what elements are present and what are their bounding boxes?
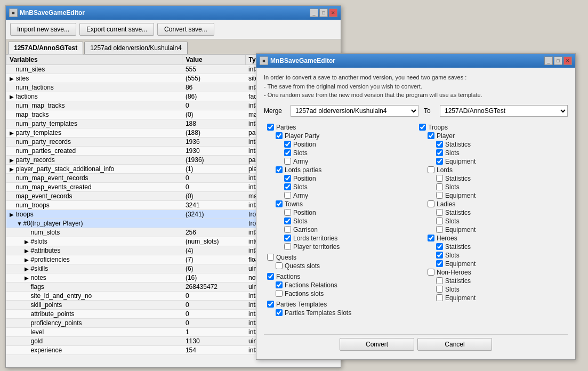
expand-arrow[interactable]: ▶ [10, 166, 16, 172]
tab-kushulain[interactable]: 1257ad olderversion/Kushulain4 [84, 42, 187, 54]
non-heroes-stats-checkbox[interactable] [436, 277, 443, 284]
merge-from-select[interactable]: 1257ad olderversion/Kushulain4 [291, 105, 418, 117]
player-slots-check[interactable]: Slots [419, 149, 565, 157]
parties-templates-check[interactable]: Parties Templates [267, 300, 413, 309]
non-heroes-troop-check[interactable]: Non-Heroes [419, 268, 565, 277]
player-equipment-check[interactable]: Equipment [419, 157, 565, 166]
lp-army-checkbox[interactable] [284, 192, 291, 199]
lp-position-checkbox[interactable] [284, 175, 291, 182]
ladies-troop-check[interactable]: Ladies [419, 200, 565, 208]
player-troop-check[interactable]: Player [419, 132, 565, 140]
lords-parties-checkbox[interactable] [276, 166, 283, 173]
convert-button[interactable]: Convert [340, 338, 414, 351]
dialog-maximize-button[interactable]: □ [554, 57, 562, 65]
lp-position-check[interactable]: Position [267, 174, 413, 183]
heroes-slots-check[interactable]: Slots [419, 251, 565, 260]
pp-army-check[interactable]: Army [267, 157, 413, 166]
troops-check[interactable]: Troops [419, 123, 565, 132]
lords-parties-check[interactable]: Lords parties [267, 166, 413, 174]
expand-arrow[interactable]: ▶ [25, 248, 31, 254]
parties-templates-slots-checkbox[interactable] [276, 309, 283, 316]
quests-check[interactable]: Quests [267, 253, 413, 262]
quests-slots-check[interactable]: Quests slots [267, 262, 413, 270]
non-heroes-slots-checkbox[interactable] [436, 286, 443, 293]
ladies-stats-checkbox[interactable] [436, 209, 443, 216]
player-stats-checkbox[interactable] [436, 141, 443, 148]
expand-arrow[interactable]: ▶ [10, 157, 16, 163]
lords-troop-check[interactable]: Lords [419, 166, 565, 174]
lp-army-check[interactable]: Army [267, 191, 413, 200]
close-button[interactable]: ✕ [329, 9, 337, 17]
non-heroes-troop-checkbox[interactable] [428, 269, 434, 276]
player-equipment-checkbox[interactable] [436, 158, 443, 165]
non-heroes-equipment-checkbox[interactable] [436, 294, 443, 301]
expand-arrow[interactable]: ▶ [25, 266, 31, 272]
heroes-troop-checkbox[interactable] [428, 235, 434, 241]
parties-check[interactable]: Parties [267, 123, 413, 132]
pp-slots-checkbox[interactable] [284, 149, 291, 156]
lords-slots-check[interactable]: Slots [419, 183, 565, 191]
factions-slots-check[interactable]: Factions slots [267, 289, 413, 298]
parties-templates-checkbox[interactable] [267, 301, 274, 308]
troops-checkbox[interactable] [419, 124, 426, 131]
ladies-troop-checkbox[interactable] [428, 200, 434, 207]
factions-relations-checkbox[interactable] [276, 281, 283, 288]
ladies-slots-checkbox[interactable] [436, 217, 443, 224]
ladies-slots-check[interactable]: Slots [419, 217, 565, 225]
expand-arrow[interactable]: ▶ [10, 94, 16, 100]
non-heroes-slots-check[interactable]: Slots [419, 285, 565, 294]
heroes-stats-checkbox[interactable] [436, 243, 443, 250]
lords-equipment-checkbox[interactable] [436, 192, 443, 199]
towns-garrison-checkbox[interactable] [284, 226, 291, 233]
merge-to-select[interactable]: 1257AD/AnnoSGTest [440, 105, 568, 117]
player-troop-checkbox[interactable] [428, 132, 434, 139]
expand-arrow[interactable]: ▶ [10, 76, 16, 82]
expand-arrow[interactable]: ▶ [10, 212, 16, 217]
parties-checkbox[interactable] [267, 124, 274, 131]
factions-check[interactable]: Factions [267, 272, 413, 281]
convert-save-button[interactable]: Convert save... [157, 23, 214, 36]
lords-territories-check[interactable]: Lords territories [267, 234, 413, 243]
player-party-checkbox[interactable] [276, 132, 283, 139]
heroes-slots-checkbox[interactable] [436, 252, 443, 259]
lp-slots-check[interactable]: Slots [267, 183, 413, 191]
cancel-button[interactable]: Cancel [417, 338, 492, 351]
towns-position-checkbox[interactable] [284, 209, 291, 216]
export-button[interactable]: Export current save... [79, 23, 154, 36]
tab-annsgtest[interactable]: 1257AD/AnnoSGTest [8, 42, 83, 54]
pp-position-check[interactable]: Position [267, 140, 413, 149]
heroes-equipment-check[interactable]: Equipment [419, 260, 565, 268]
towns-position-check[interactable]: Position [267, 208, 413, 217]
ladies-equipment-checkbox[interactable] [436, 226, 443, 233]
import-button[interactable]: Import new save... [10, 23, 76, 36]
ladies-stats-check[interactable]: Statistics [419, 208, 565, 217]
player-territories-checkbox[interactable] [284, 243, 291, 250]
towns-checkbox[interactable] [276, 200, 283, 207]
lords-territories-checkbox[interactable] [284, 235, 291, 241]
towns-garrison-check[interactable]: Garrison [267, 225, 413, 234]
expand-arrow[interactable]: ▶ [25, 257, 31, 263]
heroes-equipment-checkbox[interactable] [436, 260, 443, 267]
towns-check[interactable]: Towns [267, 200, 413, 208]
player-slots-checkbox[interactable] [436, 149, 443, 156]
factions-checkbox[interactable] [267, 273, 274, 280]
ladies-equipment-check[interactable]: Equipment [419, 225, 565, 234]
expand-arrow[interactable]: ▶ [10, 130, 16, 136]
minimize-button[interactable]: _ [310, 9, 318, 17]
expand-arrow[interactable]: ▶ [25, 275, 31, 281]
factions-slots-checkbox[interactable] [276, 290, 283, 297]
dialog-close-button[interactable]: ✕ [563, 57, 572, 65]
pp-slots-check[interactable]: Slots [267, 149, 413, 157]
lp-slots-checkbox[interactable] [284, 183, 291, 190]
quests-slots-checkbox[interactable] [276, 262, 283, 269]
player-party-check[interactable]: Player Party [267, 132, 413, 140]
quests-checkbox[interactable] [267, 254, 274, 261]
lords-troop-checkbox[interactable] [428, 166, 434, 173]
pp-army-checkbox[interactable] [284, 158, 291, 165]
expand-arrow[interactable]: ▶ [25, 239, 31, 245]
dialog-minimize-button[interactable]: _ [544, 57, 553, 65]
heroes-troop-check[interactable]: Heroes [419, 234, 565, 243]
towns-slots-check[interactable]: Slots [267, 217, 413, 225]
player-stats-check[interactable]: Statistics [419, 140, 565, 149]
maximize-button[interactable]: □ [319, 9, 328, 17]
